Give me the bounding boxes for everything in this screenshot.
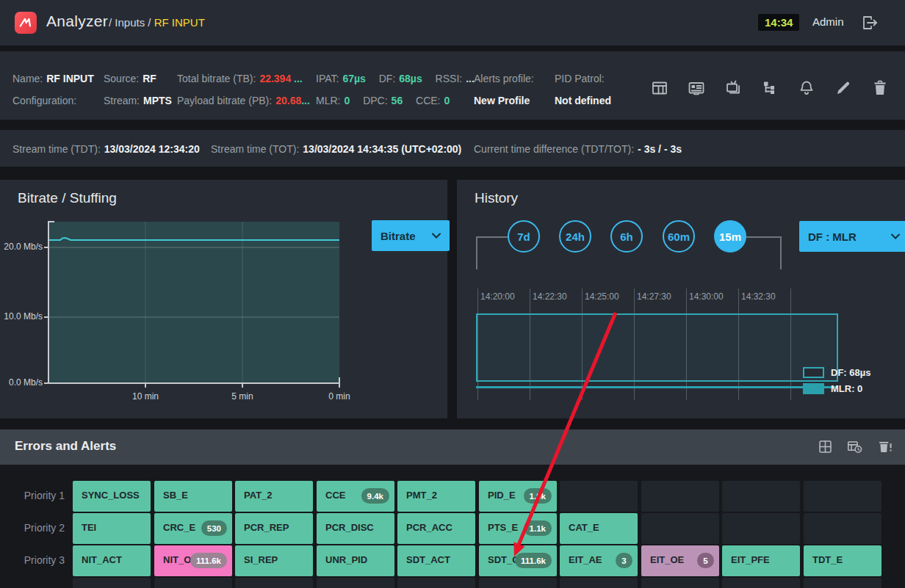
error-cell-empty (641, 481, 719, 512)
tree-structure-icon[interactable] (761, 79, 779, 97)
error-cell-CRC_E[interactable]: CRC_E530 (154, 513, 232, 544)
error-cell-empty (235, 578, 313, 588)
alerts-profile-value[interactable]: New Profile (474, 95, 530, 106)
errors-alerts-header: Errors and Alerts (0, 429, 905, 465)
error-cell-PCR_DISC[interactable]: PCR_DISC (317, 513, 394, 544)
error-cell-EIT_OE[interactable]: EIT_OE5 (641, 545, 719, 576)
service-card-icon[interactable] (688, 79, 705, 97)
breadcrumb-current: RF INPUT (154, 16, 205, 29)
error-cell-SYNC_LOSS[interactable]: SYNC_LOSS (73, 481, 151, 512)
clock: 14:34 (758, 14, 799, 31)
app-title: Analyzer (46, 12, 108, 30)
error-cell-label: SB_E (163, 490, 188, 501)
input-configuration: Configuration: (12, 95, 80, 106)
legend-label: DF: 68µs (831, 367, 870, 378)
error-cell-SDT_OTH[interactable]: SDT_OTH111.6k (479, 545, 557, 576)
error-cell-PTS_E[interactable]: PTS_E1.1k (479, 513, 557, 544)
priority-row-label: Priority 2 (0, 522, 65, 534)
error-table-view-icon[interactable] (818, 439, 833, 457)
error-count-badge: 111.6k (515, 553, 552, 568)
error-cell-NIT_OTH[interactable]: NIT_OTH111.6k (154, 545, 232, 576)
error-cell-PCR_REP[interactable]: PCR_REP (235, 513, 313, 544)
history-panel: History 7d24h6h60m15m DF : MLR 14:20:001… (457, 180, 905, 418)
error-cell-label: UNR_PID (325, 554, 367, 565)
history-x-tick: 14:27:30 (637, 291, 671, 302)
history-metric-dropdown[interactable]: DF : MLR (799, 221, 905, 252)
error-cell-empty (804, 481, 881, 512)
error-cell-TEI[interactable]: TEI (73, 513, 151, 544)
bitrate-y-tick: 20.0 Mb/s (0, 242, 43, 252)
error-cell-empty (397, 578, 475, 588)
error-cell-PAT_2[interactable]: PAT_2 (235, 481, 313, 512)
error-history-log-icon[interactable] (846, 439, 863, 457)
bitrate-x-tick: 0 min (317, 391, 361, 402)
history-x-tick: 14:30:00 (689, 291, 724, 302)
error-cell-NIT_ACT[interactable]: NIT_ACT (73, 545, 151, 576)
error-cell-PCR_ACC[interactable]: PCR_ACC (397, 513, 475, 544)
edit-pencil-icon[interactable] (834, 79, 852, 97)
legend-label: MLR: 0 (831, 383, 862, 394)
stream-time-bar: Stream time (TDT):13/03/2024 12:34:20 St… (0, 130, 905, 167)
app-logo-icon[interactable] (15, 12, 37, 34)
error-cell-TDT_E[interactable]: TDT_E (804, 545, 881, 576)
input-info-bar: Name:RF INPUT Configuration: Source:RF S… (0, 51, 905, 120)
error-cell-empty (641, 578, 719, 588)
error-cell-empty (560, 481, 638, 512)
error-count-badge: 530 (201, 520, 227, 536)
clear-errors-trash-icon[interactable] (876, 439, 893, 457)
error-cell-CCE[interactable]: CCE9.4k (317, 481, 394, 512)
error-cell-label: CCE (325, 490, 345, 501)
error-cell-SB_E[interactable]: SB_E (154, 481, 232, 512)
breadcrumb-inputs-link[interactable]: / Inputs / (109, 16, 154, 29)
error-cell-label: PTS_E (488, 522, 518, 533)
delete-trash-icon[interactable] (871, 79, 889, 97)
error-cell-EIT_AE[interactable]: EIT_AE3 (560, 545, 638, 576)
range-button-24h[interactable]: 24h (559, 220, 591, 253)
range-button-60m[interactable]: 60m (663, 220, 695, 253)
top-bar: Analyzer / Inputs / RF INPUT 14:34 Admin (0, 0, 905, 46)
error-count-badge: 111.6k (190, 553, 227, 568)
history-x-tick: 14:20:00 (480, 291, 515, 302)
logout-icon[interactable] (861, 14, 879, 32)
alerts-profile-label: Alerts profile: (474, 73, 538, 84)
range-bracket-right (746, 236, 782, 269)
error-count-badge: 3 (616, 553, 632, 568)
error-cell-SDT_ACT[interactable]: SDT_ACT (397, 545, 475, 576)
error-cell-empty (804, 513, 881, 544)
error-cell-PID_E[interactable]: PID_E1.9k (479, 481, 557, 512)
pid-patrol-label: PID Patrol: (555, 73, 608, 84)
history-panel-title: History (475, 190, 518, 206)
pid-patrol-value: Not defined (555, 95, 611, 106)
signal-metrics-row2: MLR:0 DPC:56 CCE:0 (316, 95, 460, 106)
alerts-bell-icon[interactable] (798, 79, 815, 97)
error-cell-empty (73, 578, 151, 588)
error-cell-label: PCR_DISC (325, 522, 374, 533)
history-df-series-band (476, 313, 838, 382)
legend-swatch (803, 383, 824, 394)
legend-swatch (803, 367, 824, 378)
error-cell-CAT_E[interactable]: CAT_E (560, 513, 638, 544)
error-cell-label: PCR_ACC (406, 522, 452, 533)
input-stream-type: Stream:MPTS (104, 95, 172, 106)
history-x-tick: 14:32:30 (741, 291, 776, 302)
bitrate-chart (0, 180, 447, 418)
tv-monitor-icon[interactable] (724, 79, 742, 97)
input-name: Name:RF INPUT (12, 73, 94, 84)
error-cell-label: PAT_2 (244, 490, 273, 501)
error-cell-EIT_PFE[interactable]: EIT_PFE (722, 545, 800, 576)
error-cell-label: EIT_AE (569, 554, 602, 565)
error-cell-SI_REP[interactable]: SI_REP (235, 545, 313, 576)
history-x-tick: 14:22:30 (533, 291, 567, 302)
error-cell-UNR_PID[interactable]: UNR_PID (317, 545, 394, 576)
range-button-6h[interactable]: 6h (610, 220, 643, 253)
chevron-down-icon (891, 233, 900, 239)
range-button-7d[interactable]: 7d (508, 220, 540, 253)
error-cell-empty (722, 481, 800, 512)
history-legend: DF: 68µsMLR: 0 (803, 366, 870, 396)
error-cell-label: TDT_E (812, 554, 843, 565)
table-view-icon[interactable] (651, 79, 668, 97)
range-button-15m[interactable]: 15m (714, 220, 746, 253)
error-cell-PMT_2[interactable]: PMT_2 (397, 481, 475, 512)
error-cell-label: SYNC_LOSS (82, 490, 140, 501)
user-menu[interactable]: Admin (812, 15, 844, 28)
